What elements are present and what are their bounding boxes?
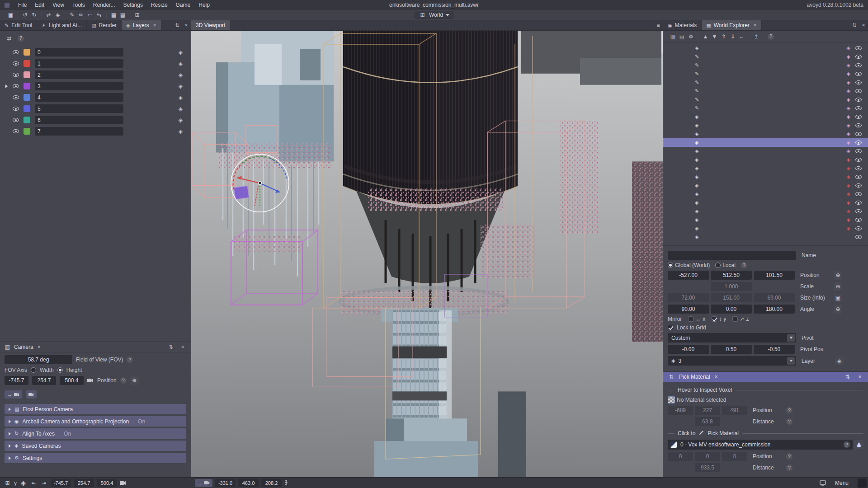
- copy-scale-button[interactable]: ⊕: [834, 282, 842, 291]
- tree-node[interactable]: ◈◈: [663, 155, 868, 164]
- menu-item-file[interactable]: File: [14, 0, 31, 9]
- eye-icon[interactable]: [855, 226, 862, 230]
- selection-box-icon[interactable]: ▦: [110, 11, 118, 19]
- render-badge-icon[interactable]: ◈: [847, 157, 850, 163]
- tab-3d-viewport[interactable]: 3D Viewport: [191, 20, 230, 30]
- settings-button[interactable]: ⚙Settings: [5, 453, 186, 463]
- move-bottom-icon[interactable]: ⇓: [729, 33, 736, 40]
- undo-icon[interactable]: ↺: [21, 11, 29, 19]
- material-badge-icon[interactable]: ◈: [847, 88, 850, 94]
- eye-icon[interactable]: [855, 115, 862, 119]
- pivot-dropdown[interactable]: Custom: [668, 333, 796, 343]
- eye-icon[interactable]: [13, 118, 19, 122]
- pin-icon[interactable]: ◉: [19, 479, 27, 487]
- menu-item-resize[interactable]: Resize: [147, 0, 172, 9]
- pivot-pos-x-field[interactable]: -0.00: [668, 345, 709, 354]
- global-world-radio[interactable]: [668, 263, 673, 268]
- tree-node[interactable]: ◈◈: [663, 113, 868, 121]
- position-y-field[interactable]: 512.50: [711, 271, 752, 280]
- save-size-button[interactable]: ▣: [834, 294, 842, 302]
- mirror-x-checkbox[interactable]: [688, 316, 693, 322]
- layer-stack-icon[interactable]: ◈: [179, 72, 183, 78]
- layer-name-field[interactable]: 2: [35, 70, 123, 79]
- walk-mode-icon[interactable]: [284, 480, 288, 486]
- tree-node[interactable]: ✎◈: [663, 78, 868, 87]
- arcball-camera-button[interactable]: ◉Arcball Camera and Orthographic Project…: [5, 416, 186, 427]
- menu-item-settings[interactable]: Settings: [119, 0, 147, 9]
- eye-icon[interactable]: [855, 89, 862, 93]
- close-camera-panel-icon[interactable]: ×: [178, 344, 187, 350]
- space-help-icon[interactable]: ?: [741, 262, 747, 268]
- pencil-icon[interactable]: ✎: [68, 11, 76, 19]
- dock-pick-material-icon[interactable]: ⇅: [843, 374, 852, 380]
- layer-color-swatch[interactable]: [24, 94, 30, 101]
- picked-material-row[interactable]: 0 - Vox MV enkisoftware_commission ?: [668, 440, 853, 450]
- eye-icon[interactable]: [855, 166, 862, 170]
- layer-stack-icon[interactable]: ◈: [179, 128, 183, 135]
- render-badge-icon[interactable]: ◈: [847, 217, 850, 223]
- pivot-dropdown-button[interactable]: [787, 334, 795, 342]
- tree-node[interactable]: ◈◈: [663, 173, 868, 181]
- menu-item-tools[interactable]: Tools: [68, 0, 89, 9]
- eyedropper-icon[interactable]: [854, 440, 863, 449]
- eraser-icon[interactable]: ▭: [86, 11, 94, 19]
- inspect-position-help-icon[interactable]: ?: [786, 407, 793, 413]
- paint-icon[interactable]: ✏: [77, 11, 85, 19]
- menu-button[interactable]: Menu: [830, 479, 853, 487]
- material-badge-icon[interactable]: ◈: [847, 54, 850, 60]
- eye-icon[interactable]: [855, 141, 862, 145]
- layer-stack-icon[interactable]: ◈: [179, 83, 183, 89]
- eye-icon[interactable]: [855, 201, 862, 205]
- material-badge-icon[interactable]: ◈: [847, 45, 850, 51]
- pivot-pos-z-field[interactable]: -0.50: [754, 345, 795, 354]
- teleport-camera-button[interactable]: →: [195, 479, 212, 487]
- camera-position-help-icon[interactable]: ?: [120, 377, 127, 384]
- material-badge-icon[interactable]: ◈: [847, 62, 850, 68]
- grid-icon[interactable]: ⊞: [133, 11, 141, 19]
- menu-item-edit[interactable]: Edit: [31, 0, 48, 9]
- tree-node[interactable]: ✎◈: [663, 95, 868, 104]
- tree-node[interactable]: ✎◈: [663, 52, 868, 61]
- world-selector[interactable]: ⊞ World: [415, 11, 453, 19]
- status-position-y-field[interactable]: 254.7: [74, 479, 94, 487]
- tab-world-explorer[interactable]: ▦ World Explorer ×: [702, 20, 762, 30]
- fov-axis-height-radio[interactable]: [57, 367, 63, 373]
- move-out-icon[interactable]: ←: [738, 33, 745, 40]
- node-settings-gear-icon[interactable]: ⚙: [687, 33, 695, 40]
- status-position-z-field[interactable]: 500.4: [97, 479, 117, 487]
- dock-camera-panel-icon[interactable]: ⇅: [166, 344, 175, 350]
- tree-node[interactable]: ✎◈: [663, 104, 868, 113]
- mirror-y-checkbox[interactable]: [712, 316, 717, 322]
- move-down-icon[interactable]: ▼: [711, 33, 718, 40]
- fov-help-icon[interactable]: ?: [127, 357, 133, 363]
- layer-name-field[interactable]: 5: [35, 104, 123, 113]
- cursor-position-z-field[interactable]: 208.2: [261, 479, 282, 487]
- eye-icon[interactable]: [855, 158, 862, 162]
- close-pick-material-tab-icon[interactable]: ×: [715, 374, 718, 380]
- tree-node[interactable]: ◈◈: [663, 181, 868, 190]
- jump-end-icon[interactable]: ⇥: [40, 479, 48, 487]
- close-panel-icon[interactable]: ×: [859, 20, 868, 30]
- eye-icon[interactable]: [855, 63, 862, 67]
- layer-name-field[interactable]: 6: [35, 116, 123, 124]
- close-tab-icon[interactable]: ×: [153, 22, 156, 28]
- position-z-field[interactable]: 101.50: [754, 271, 795, 280]
- mirror-z-checkbox[interactable]: [732, 316, 738, 322]
- redo-icon[interactable]: ↻: [30, 11, 38, 19]
- world-explorer-help-icon[interactable]: ?: [768, 33, 774, 40]
- eye-icon[interactable]: [855, 218, 862, 222]
- tree-node[interactable]: ◈◈: [663, 216, 868, 224]
- eye-icon[interactable]: [855, 80, 862, 84]
- layer-dropdown[interactable]: ◈ 3: [668, 356, 796, 366]
- layers-icon[interactable]: ◈: [835, 357, 844, 365]
- layer-name-field[interactable]: 0: [35, 48, 123, 56]
- move-up-icon[interactable]: ▲: [702, 33, 709, 40]
- layer-name-field[interactable]: 7: [35, 127, 123, 136]
- render-badge-icon[interactable]: ◈: [847, 165, 850, 171]
- material-badge-icon[interactable]: ◈: [847, 131, 850, 137]
- tree-node[interactable]: ✎◈: [663, 70, 868, 78]
- dock-panel-icon[interactable]: ⇅: [850, 20, 859, 30]
- eye-icon[interactable]: [855, 72, 862, 76]
- render-badge-icon[interactable]: ◈: [847, 174, 850, 180]
- layer-color-swatch[interactable]: [24, 105, 30, 112]
